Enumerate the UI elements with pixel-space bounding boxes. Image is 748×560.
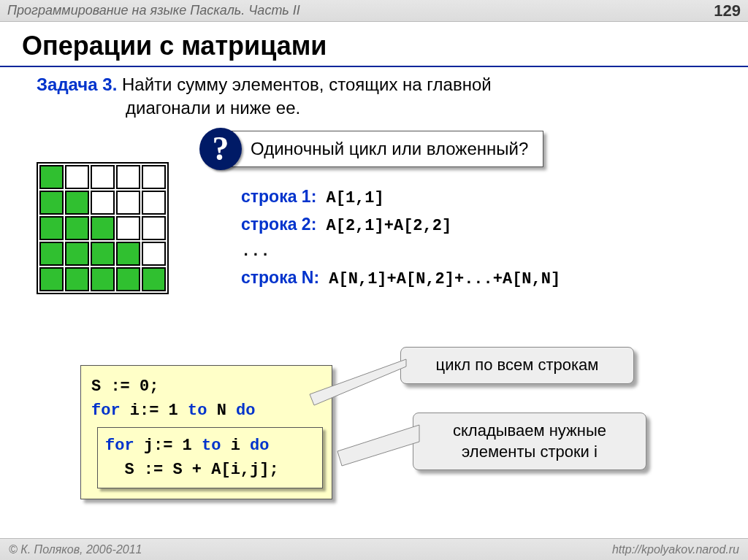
- pointer-1: [0, 0, 748, 560]
- svg-marker-0: [310, 359, 406, 405]
- svg-marker-1: [337, 425, 419, 466]
- footer-url: http://kpolyakov.narod.ru: [612, 543, 739, 556]
- footer-copyright: © К. Поляков, 2006-2011: [9, 543, 142, 556]
- slide-footer: © К. Поляков, 2006-2011 http://kpolyakov…: [0, 538, 748, 560]
